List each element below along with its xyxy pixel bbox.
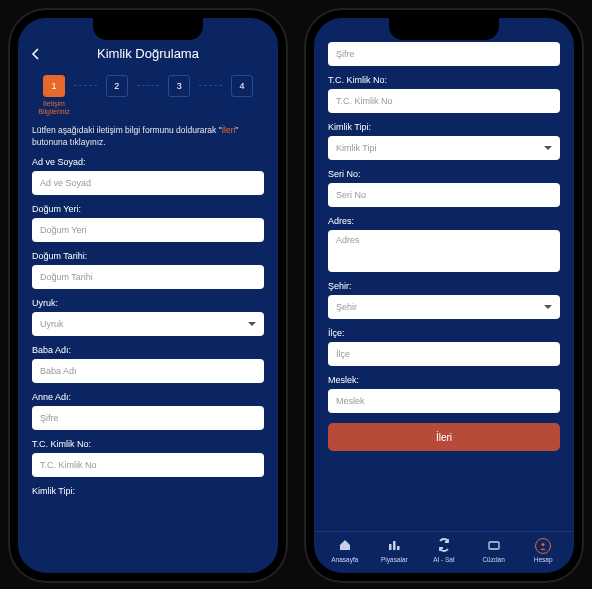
fathername-input[interactable]: Baba Adı <box>32 359 264 383</box>
nav-label: Hesap <box>534 556 553 563</box>
birthdate-label: Doğum Tarihi: <box>32 251 264 261</box>
exchange-icon <box>437 538 451 554</box>
nav-label: Piyasalar <box>381 556 408 563</box>
step-connector <box>74 85 97 86</box>
svg-rect-3 <box>489 542 499 549</box>
profession-input[interactable]: Meslek <box>328 389 560 413</box>
city-select[interactable]: Şehir <box>328 295 560 319</box>
user-icon <box>535 538 551 554</box>
notch <box>93 18 203 40</box>
mothername-input[interactable]: Şifre <box>32 406 264 430</box>
notch <box>389 18 499 40</box>
chevron-down-icon <box>544 305 552 309</box>
address-textarea[interactable]: Adres <box>328 230 560 272</box>
fathername-label: Baba Adı: <box>32 345 264 355</box>
tc-label: T.C. Kimlik No: <box>328 75 560 85</box>
step-connector <box>137 85 160 86</box>
chevron-left-icon <box>30 48 42 60</box>
bars-icon <box>387 538 401 554</box>
serial-label: Seri No: <box>328 169 560 179</box>
mothername-label: Anne Adı: <box>32 392 264 402</box>
tc-input[interactable]: T.C. Kimlik No <box>32 453 264 477</box>
nationality-label: Uyruk: <box>32 298 264 308</box>
svg-rect-0 <box>389 544 392 550</box>
idtype-label: Kimlik Tipi: <box>32 486 264 496</box>
svg-point-4 <box>542 543 545 546</box>
nav-account[interactable]: Hesap <box>518 538 568 563</box>
password-input[interactable]: Şifre <box>328 42 560 66</box>
idtype-label: Kimlik Tipi: <box>328 122 560 132</box>
nav-label: Al - Sat <box>433 556 454 563</box>
nav-wallet[interactable]: Cüzdan <box>469 538 519 563</box>
phone-frame-right: Şifre T.C. Kimlik No: T.C. Kimlik No Kim… <box>306 10 582 581</box>
profession-label: Meslek: <box>328 375 560 385</box>
nav-label: Anasayfa <box>331 556 358 563</box>
tc-label: T.C. Kimlik No: <box>32 439 264 449</box>
svg-rect-1 <box>393 541 396 550</box>
next-button[interactable]: İleri <box>328 423 560 451</box>
district-label: İlçe: <box>328 328 560 338</box>
step-2[interactable]: 2 <box>106 75 128 97</box>
step-1[interactable]: 1 <box>43 75 65 97</box>
page-title: Kimlik Doğrulama <box>97 46 199 61</box>
idtype-select[interactable]: Kimlik Tipi <box>328 136 560 160</box>
nationality-select[interactable]: Uyruk <box>32 312 264 336</box>
fullname-label: Ad ve Soyad: <box>32 157 264 167</box>
birthdate-input[interactable]: Doğum Tarihi <box>32 265 264 289</box>
phone-frame-left: Kimlik Doğrulama 1 İletişimBilgileriniz … <box>10 10 286 581</box>
city-label: Şehir: <box>328 281 560 291</box>
svg-rect-2 <box>397 546 400 550</box>
nav-trade[interactable]: Al - Sat <box>419 538 469 563</box>
form-area: Şifre T.C. Kimlik No: T.C. Kimlik No Kim… <box>314 18 574 531</box>
district-input[interactable]: İlçe <box>328 342 560 366</box>
screen-right: Şifre T.C. Kimlik No: T.C. Kimlik No Kim… <box>314 18 574 573</box>
serial-input[interactable]: Seri No <box>328 183 560 207</box>
form-area: Ad ve Soyad: Ad ve Soyad Doğum Yeri: Doğ… <box>18 157 278 573</box>
step-3[interactable]: 3 <box>168 75 190 97</box>
tc-input[interactable]: T.C. Kimlik No <box>328 89 560 113</box>
wallet-icon <box>487 538 501 554</box>
birthplace-input[interactable]: Doğum Yeri <box>32 218 264 242</box>
address-label: Adres: <box>328 216 560 226</box>
home-icon <box>338 538 352 554</box>
stepper: 1 İletişimBilgileriniz 2 3 4 <box>18 69 278 119</box>
back-button[interactable] <box>30 46 42 64</box>
step-connector <box>199 85 222 86</box>
birthplace-label: Doğum Yeri: <box>32 204 264 214</box>
step-4[interactable]: 4 <box>231 75 253 97</box>
screen-left: Kimlik Doğrulama 1 İletişimBilgileriniz … <box>18 18 278 573</box>
bottom-nav: Anasayfa Piyasalar Al - Sat Cüzdan <box>314 531 574 573</box>
nav-markets[interactable]: Piyasalar <box>370 538 420 563</box>
chevron-down-icon <box>544 146 552 150</box>
fullname-input[interactable]: Ad ve Soyad <box>32 171 264 195</box>
instructions-text: Lütfen aşağıdaki iletişim bilgi formunu … <box>18 119 278 157</box>
nav-label: Cüzdan <box>482 556 504 563</box>
nav-home[interactable]: Anasayfa <box>320 538 370 563</box>
chevron-down-icon <box>248 322 256 326</box>
step-1-label: İletişimBilgileriniz <box>34 100 74 117</box>
